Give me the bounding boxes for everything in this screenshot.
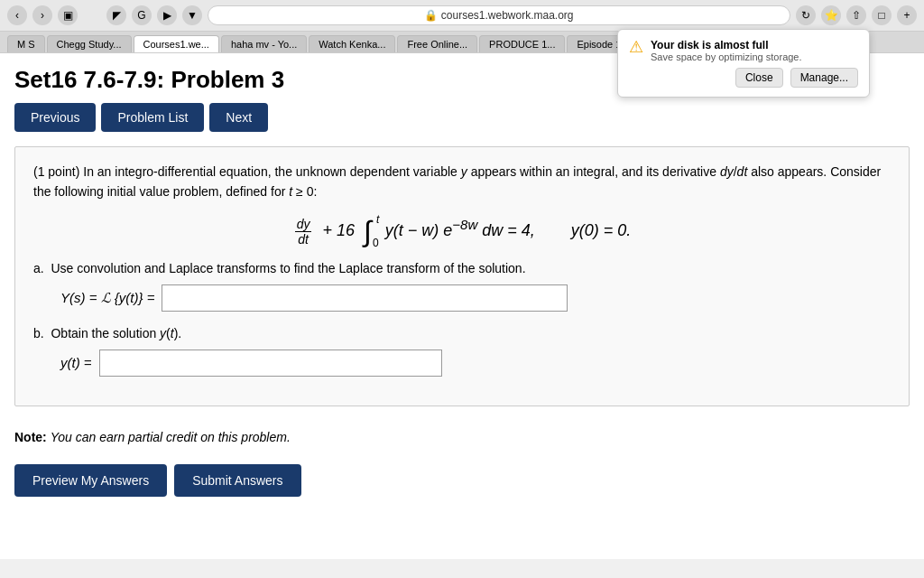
tab-watch[interactable]: Watch Kenka... — [309, 35, 395, 52]
preview-answers-button[interactable]: Preview My Answers — [14, 464, 167, 497]
new-tab-button[interactable]: □ — [872, 5, 892, 25]
notification-manage-button[interactable]: Manage... — [790, 68, 858, 88]
note-section: Note: You can earn partial credit on thi… — [14, 421, 910, 453]
notification-title: Your disk is almost full — [651, 39, 858, 51]
shield-button[interactable]: ▶ — [157, 5, 177, 25]
tab-chegg[interactable]: Chegg Study... — [47, 35, 132, 52]
note-text: You can earn partial credit on this prob… — [51, 430, 291, 444]
previous-button[interactable]: Previous — [14, 103, 96, 132]
lock-icon: 🔒 — [424, 9, 438, 22]
tab-produce[interactable]: PRODUCE 1... — [479, 35, 565, 52]
part-b-label: b. Obtain the solution y(t). — [33, 326, 891, 340]
back-button[interactable]: ‹ — [7, 5, 27, 25]
download-button[interactable]: ▼ — [182, 5, 202, 25]
page-content: Set16 7.6-7.9: Problem 3 Previous Proble… — [0, 53, 924, 559]
tab-free[interactable]: Free Online... — [397, 35, 477, 52]
part-b-input[interactable] — [99, 350, 442, 377]
navigation-buttons: Previous Problem List Next — [14, 103, 910, 132]
address-bar[interactable]: 🔒 courses1.webwork.maa.org — [208, 5, 790, 25]
problem-intro: (1 point) In an integro-differential equ… — [33, 162, 891, 202]
reload-button[interactable]: ↻ — [796, 5, 816, 25]
dy-dt-fraction: dy dt — [295, 217, 312, 247]
tab-ms[interactable]: M S — [7, 35, 45, 52]
bookmark-button[interactable]: ◤ — [106, 5, 126, 25]
next-button[interactable]: Next — [209, 103, 268, 132]
tab-courses1[interactable]: Courses1.we... — [134, 35, 219, 52]
notification-close-button[interactable]: Close — [735, 68, 783, 88]
part-a-input[interactable] — [162, 284, 568, 312]
tab-haha[interactable]: haha mv - Yo... — [221, 35, 307, 52]
part-b-answer-row: y(t) = — [60, 350, 891, 377]
part-b-math-label: y(t) = — [60, 355, 92, 370]
part-a-label: a. Use convolution and Laplace transform… — [33, 261, 891, 275]
share-button[interactable]: ⇧ — [846, 5, 866, 25]
problem-box: (1 point) In an integro-differential equ… — [14, 146, 910, 406]
url-text: courses1.webwork.maa.org — [441, 9, 574, 22]
equation-display: dy dt + 16 ∫ t 0 y(t − w) e−8w dw = 4, y… — [33, 217, 891, 247]
part-a-math-label: Y(s) = ℒ {y(t)} = — [60, 290, 154, 306]
note-label: Note: — [14, 430, 47, 444]
add-button[interactable]: + — [897, 5, 917, 25]
disk-notification: ⚠ Your disk is almost full Save space by… — [617, 29, 870, 98]
bottom-buttons: Preview My Answers Submit Answers — [14, 464, 910, 497]
notification-text: Your disk is almost full Save space by o… — [651, 39, 858, 62]
tab-overview-button[interactable]: ▣ — [58, 5, 78, 25]
warning-icon: ⚠ — [629, 39, 643, 55]
forward-button[interactable]: › — [32, 5, 52, 25]
extensions-button[interactable]: ⭐ — [821, 5, 841, 25]
submit-answers-button[interactable]: Submit Answers — [174, 464, 300, 497]
notification-subtitle: Save space by optimizing storage. — [651, 51, 858, 62]
browser-toolbar: ‹ › ▣ ◤ G ▶ ▼ 🔒 courses1.webwork.maa.org… — [0, 0, 924, 32]
part-a-answer-row: Y(s) = ℒ {y(t)} = — [60, 284, 891, 312]
home-button[interactable]: G — [132, 5, 152, 25]
problem-list-button[interactable]: Problem List — [101, 103, 204, 132]
